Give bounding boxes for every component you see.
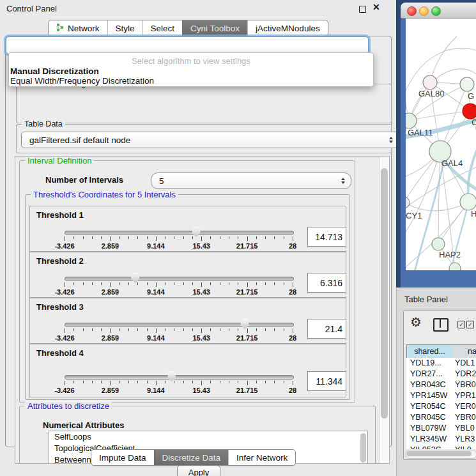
zoom-traffic-light-icon[interactable]	[431, 6, 441, 16]
table-data-select[interactable]: galFiltered.sif default node	[21, 132, 399, 148]
table-row[interactable]: YBL079WYBL0	[406, 423, 476, 434]
tick-mark	[238, 282, 238, 285]
network-node-gal11[interactable]	[406, 113, 417, 128]
num-intervals-spinner[interactable]: 5	[151, 173, 351, 189]
algorithm-option-equal-width-frequency-discretization[interactable]: Equal Width/Frequency Discretization	[10, 76, 154, 86]
tick-mark	[83, 381, 84, 383]
table-row[interactable]: YLR345WYLR3	[406, 434, 476, 445]
slider-track[interactable]	[65, 231, 294, 235]
tab-jactivemnodules[interactable]: jActiveMNodules	[247, 20, 328, 36]
tick-mark	[147, 328, 148, 331]
slider-track[interactable]	[65, 323, 294, 327]
slider-track[interactable]	[65, 277, 294, 281]
tick-mark	[256, 328, 257, 331]
table-row[interactable]: YDL19...YDL1	[406, 358, 476, 369]
tab-impute-data[interactable]: Impute Data	[91, 450, 154, 465]
table-row[interactable]: YBR043CYBR0	[406, 380, 476, 390]
table-row[interactable]: YPR145WYPR1	[406, 390, 476, 401]
screen: Control Panel ✕ NetworkStyleSelectCyni T…	[0, 0, 476, 476]
close-traffic-light-icon[interactable]	[407, 6, 417, 16]
network-node-h[interactable]	[460, 194, 476, 210]
table-data-value: galFiltered.sif default node	[29, 135, 130, 145]
tick-mark	[274, 282, 275, 285]
tick-mark	[192, 381, 193, 383]
toolbox-tabbar: NetworkStyleSelectCyni ToolboxjActiveMNo…	[48, 20, 328, 36]
cell-shared-name: YDL19...	[410, 358, 441, 369]
tick-mark	[229, 236, 229, 239]
tab-select[interactable]: Select	[142, 20, 183, 36]
algorithm-dropdown: Select algorithm to view settingsManual …	[8, 52, 374, 87]
list-scrollbar[interactable]	[360, 433, 366, 463]
tick-mark	[165, 381, 165, 383]
threshold-value-input[interactable]: 11.344	[307, 371, 346, 391]
group-title: Interval Definition	[25, 156, 94, 165]
network-graph[interactable]: GAL80GCGAL11GAL4GCY1HHAP2	[406, 19, 476, 270]
tick-mark	[229, 282, 229, 285]
table-row[interactable]: YDR27...YDR2	[406, 369, 476, 380]
discretization-algorithm-group: Discretization Algorithm	[16, 84, 392, 123]
column-header-shared-name[interactable]: shared...	[406, 344, 453, 358]
slider-thumb[interactable]	[192, 226, 201, 237]
column-header-name[interactable]: na	[452, 344, 476, 358]
tick-mark	[247, 236, 248, 241]
table-row[interactable]: YER054CYER0	[406, 401, 476, 412]
network-node-c[interactable]	[463, 104, 476, 119]
slider-thumb[interactable]	[240, 318, 250, 329]
tick-mark	[65, 236, 65, 241]
cell-name: YLR3	[455, 434, 475, 445]
algorithm-option-manual-discretization[interactable]: Manual Discretization	[10, 66, 99, 76]
slider-thumb[interactable]	[130, 272, 140, 283]
tab-network[interactable]: Network	[49, 20, 107, 36]
columns-icon[interactable]	[433, 318, 449, 332]
network-node-node[interactable]	[449, 263, 461, 270]
tick-mark	[83, 328, 84, 331]
threshold-value-input[interactable]: 21.4	[307, 319, 346, 339]
tick-mark	[110, 381, 111, 385]
network-edge-thick	[450, 203, 468, 270]
minimize-traffic-light-icon[interactable]	[419, 6, 429, 16]
slider-track[interactable]	[65, 375, 294, 380]
updown-arrows-icon	[341, 178, 345, 184]
tick-mark	[119, 381, 120, 383]
table-row[interactable]: YIL052CYIL0	[406, 445, 476, 449]
close-icon[interactable]: ✕	[372, 2, 380, 12]
algorithm-select[interactable]	[6, 36, 369, 54]
network-node-hap2[interactable]	[432, 238, 445, 250]
network-node-g[interactable]	[460, 77, 474, 91]
tick-mark	[256, 381, 257, 383]
network-view[interactable]: GAL80GCGAL11GAL4GCY1HHAP2	[406, 19, 476, 270]
threshold-box-4: Threshold 4-3.4262.8599.14415.4321.71528…	[29, 344, 346, 397]
table-panel-title: Table Panel	[404, 295, 448, 304]
network-node-gal80[interactable]	[423, 75, 437, 89]
tick-mark	[220, 236, 220, 239]
window-titlebar[interactable]	[401, 3, 476, 19]
scrollbar-thumb[interactable]	[406, 451, 472, 456]
threshold-value-input[interactable]: 6.316	[307, 273, 346, 293]
checkbox-icon[interactable]: ✓	[466, 321, 474, 328]
node-label: C	[472, 118, 476, 127]
tick-mark	[128, 381, 129, 383]
horizontal-scrollbar[interactable]	[405, 450, 476, 459]
table-row[interactable]: YBR045CYBR0	[406, 412, 476, 423]
float-icon[interactable]	[359, 6, 366, 13]
apply-button[interactable]: Apply	[177, 465, 220, 476]
checkbox-icon[interactable]: ✓	[457, 321, 465, 328]
tab-style[interactable]: Style	[107, 20, 142, 36]
list-item[interactable]: SelfLoops	[49, 431, 367, 443]
slider-thumb[interactable]	[167, 371, 176, 381]
gear-icon[interactable]: ⚙	[410, 315, 422, 329]
vertical-scrollbar[interactable]	[379, 157, 389, 463]
tick-mark	[65, 381, 65, 385]
tick-mark	[183, 381, 184, 383]
tab-cyni-toolbox[interactable]: Cyni Toolbox	[182, 20, 247, 36]
tab-discretize-data[interactable]: Discretize Data	[154, 450, 229, 465]
tab-infer-network[interactable]: Infer Network	[228, 450, 295, 465]
cell-name: YDR2	[455, 369, 476, 380]
scrollbar-thumb[interactable]	[381, 168, 388, 418]
network-window: GAL80GCGAL11GAL4GCY1HHAP2	[401, 3, 476, 288]
tab-label: Style	[116, 24, 135, 33]
network-node-gcy1[interactable]	[406, 197, 410, 208]
threshold-value-input[interactable]: 14.713	[307, 227, 346, 247]
tick-mark	[284, 328, 284, 331]
tab-label: Select	[151, 24, 175, 33]
